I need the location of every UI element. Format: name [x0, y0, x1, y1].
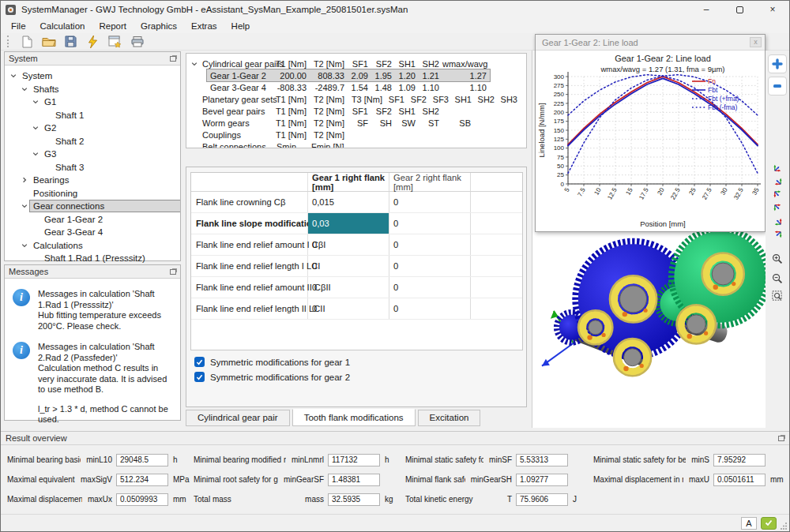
- gear-group-row-cylindrical-gear-pairs[interactable]: Cylindrical gear pairsT1 [Nm]T2 [Nm]SF1S…: [186, 58, 526, 69]
- mod-cell-gear1[interactable]: 0: [308, 277, 389, 298]
- tree-item-g3[interactable]: G3: [5, 148, 180, 161]
- gear-pair-value: 1.21: [419, 71, 442, 81]
- maximize-button[interactable]: [723, 1, 756, 18]
- gear-col-header: T2 [Nm]: [310, 59, 348, 69]
- mod-header-spacer: [191, 173, 308, 191]
- tab-excitation[interactable]: Excitation: [418, 410, 481, 426]
- menu-calculation[interactable]: Calculation: [33, 20, 92, 32]
- view-orientation-2-button[interactable]: [769, 174, 785, 187]
- save-button[interactable]: [62, 34, 80, 50]
- checkbox-checked-icon[interactable]: [194, 372, 205, 382]
- result-field-label: Total mass: [194, 495, 231, 504]
- view-orientation-1-button[interactable]: [769, 161, 785, 174]
- mod-cell-gear2[interactable]: 0: [389, 298, 471, 319]
- gear-group-label: Planetary gear sets: [186, 95, 275, 104]
- info-icon: i: [13, 342, 30, 359]
- menu-report[interactable]: Report: [92, 20, 134, 32]
- gear-group-row-planetary-gear-sets[interactable]: Planetary gear setsT1 [Nm]T2 [Nm]T3 [Nm]…: [186, 93, 526, 105]
- gear-group-row-bevel-gear-pairs[interactable]: Bevel gear pairsT1 [Nm]T2 [Nm]SF1SF2SH1S…: [186, 105, 526, 117]
- add-button[interactable]: [768, 54, 787, 73]
- tab-cylindrical-gear-pair[interactable]: Cylindrical gear pair: [186, 410, 290, 426]
- tree-item-label: Gear 3-Gear 4: [41, 227, 106, 238]
- status-ok-icon[interactable]: [761, 517, 777, 530]
- view-toolbar: [766, 51, 789, 428]
- menu-graphics[interactable]: Graphics: [134, 20, 184, 32]
- print-button[interactable]: [128, 34, 146, 50]
- calculate-button[interactable]: [84, 34, 102, 50]
- mod-cell-gear1[interactable]: 0: [308, 234, 389, 255]
- mod-cell-gear2[interactable]: 0: [389, 256, 471, 276]
- menu-extras[interactable]: Extras: [184, 20, 224, 32]
- view-orientation-4-button[interactable]: [769, 201, 785, 214]
- zoom-window-button[interactable]: [769, 290, 785, 302]
- tree-item-bearings[interactable]: Bearings: [5, 174, 180, 187]
- gear-group-row-belt-connections[interactable]: Belt connectionsSminFmin [N]: [186, 140, 526, 148]
- message-line: Hub fitting temperature exceeds 200°C. P…: [38, 310, 175, 332]
- menu-file[interactable]: File: [4, 20, 33, 32]
- view-orientation-6-button[interactable]: [769, 228, 785, 241]
- float-panel-icon[interactable]: [170, 56, 176, 62]
- result-field-label: Maximal displacement in radial direction: [593, 475, 683, 484]
- mod-cell-gear1[interactable]: 0,03: [308, 213, 389, 234]
- gear-col-header: SH2: [475, 95, 498, 104]
- svg-text:Position [mm]: Position [mm]: [640, 219, 686, 228]
- svg-text:25: 25: [687, 186, 698, 197]
- zoom-out-button[interactable]: [769, 272, 785, 285]
- mod-cell-gear1[interactable]: 0: [308, 256, 389, 276]
- tree-item-label: System: [19, 70, 55, 81]
- open-file-button[interactable]: [40, 34, 58, 50]
- view-orientation-3-button[interactable]: [769, 188, 785, 200]
- mod-cell-gear1[interactable]: 0: [308, 298, 389, 319]
- mod-cell-gear2[interactable]: 0: [389, 213, 471, 234]
- tree-item-gear-3-gear-4[interactable]: Gear 3-Gear 4: [5, 226, 180, 239]
- gear-col-header: ST: [419, 118, 442, 128]
- resize-grip[interactable]: [780, 522, 788, 530]
- tree-item-positioning[interactable]: Positioning: [5, 187, 180, 200]
- view-orientation-5-button[interactable]: [769, 215, 785, 227]
- gear-group-row-worm-gears[interactable]: Worm gearsT1 [Nm]T2 [Nm]SFSHSWSTSB: [186, 117, 526, 129]
- tree-item-shaft-1-rad-1-presssitz[interactable]: Shaft 1.Rad 1 (Presssitz): [5, 252, 180, 265]
- tree-item-shaft-2[interactable]: Shaft 2: [5, 135, 180, 148]
- close-button[interactable]: ×: [756, 1, 789, 18]
- tab-tooth-flank-modifications[interactable]: Tooth flank modifications: [292, 409, 416, 426]
- mod-cell-gear2[interactable]: 0: [389, 192, 471, 212]
- report-button[interactable]: [106, 34, 124, 50]
- tree-item-calculations[interactable]: Calculations: [5, 239, 180, 253]
- chart-window-titlebar[interactable]: Gear 1-Gear 2: Line load x: [536, 35, 765, 51]
- new-file-button[interactable]: [17, 34, 36, 50]
- remove-button[interactable]: [768, 77, 787, 96]
- chart-body: Gear 1-Gear 2: Line loadwmax/wavg = 1.27…: [536, 51, 764, 230]
- gear-group-row-couplings[interactable]: CouplingsT1 [Nm]T2 [Nm]: [186, 129, 526, 140]
- result-field-label: Minimal bearing modified reference life: [194, 455, 286, 464]
- gear-pair-row-gear-3-gear-4[interactable]: Gear 3-Gear 4-808.33-2489.71.541.481.091…: [186, 81, 526, 93]
- tree-item-shaft-1[interactable]: Shaft 1: [5, 109, 180, 122]
- tree-item-system[interactable]: System: [5, 69, 180, 83]
- minimize-button[interactable]: –: [690, 1, 723, 18]
- gear-pair-row-gear-1-gear-2[interactable]: Gear 1-Gear 2200.00808.332.091.951.201.2…: [186, 69, 526, 81]
- gear-pair-value: -808.33: [275, 83, 310, 92]
- axis-icon: [773, 230, 783, 240]
- mod-cell-gear2[interactable]: 0: [389, 277, 471, 298]
- tree-item-g2[interactable]: G2: [5, 122, 180, 135]
- toolbar-grip[interactable]: [7, 36, 11, 47]
- chevron-open-icon: [21, 86, 28, 92]
- mod-cell-gear1[interactable]: 0,015: [308, 192, 389, 212]
- chart-close-button[interactable]: x: [750, 37, 762, 47]
- tree-item-g1[interactable]: G1: [5, 96, 180, 109]
- status-a-button[interactable]: A: [741, 517, 757, 530]
- float-panel-icon[interactable]: [170, 269, 176, 275]
- chart-window-title: Gear 1-Gear 2: Line load: [542, 38, 638, 47]
- tree-item-gear-1-gear-2[interactable]: Gear 1-Gear 2: [5, 213, 180, 227]
- zoom-in-button[interactable]: [769, 253, 785, 265]
- gear-col-header: SF: [348, 118, 371, 128]
- tree-item-gear-connections[interactable]: Gear connections: [5, 200, 180, 213]
- menu-help[interactable]: Help: [224, 20, 258, 32]
- checkbox-checked-icon[interactable]: [194, 357, 205, 367]
- gear-pair-value: 1.20: [395, 71, 419, 81]
- float-panel-icon[interactable]: [778, 436, 784, 441]
- result-field-label: Maximal equivalent stress: [7, 475, 75, 484]
- tree-item-shaft-3[interactable]: Shaft 3: [5, 161, 180, 174]
- mod-cell-gear2[interactable]: 0: [389, 234, 471, 255]
- svg-text:wmax/wavg = 1.27 (1.31, fma =: wmax/wavg = 1.27 (1.31, fma = 9µm): [600, 65, 724, 73]
- tree-item-shafts[interactable]: Shafts: [5, 83, 180, 96]
